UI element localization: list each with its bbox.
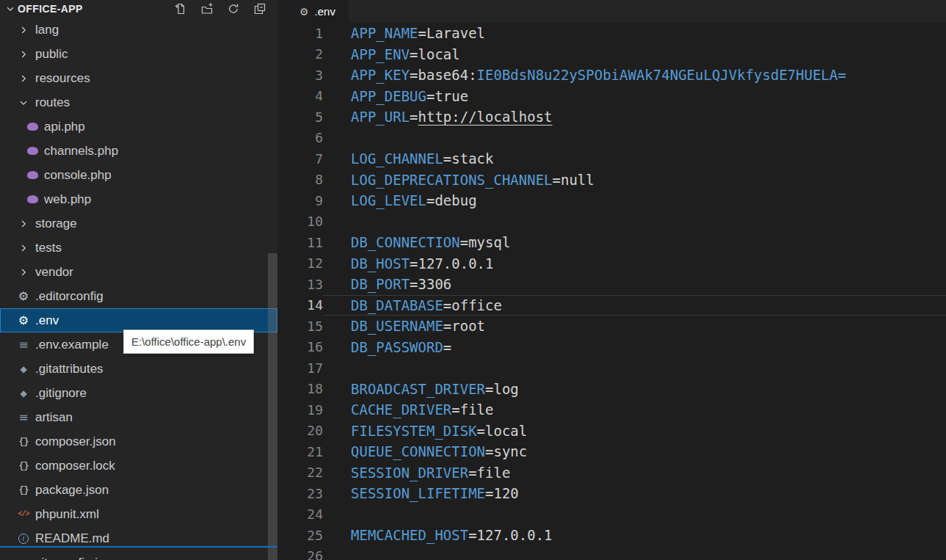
code-line-6[interactable]: 6 — [277, 128, 946, 149]
line-number: 18 — [277, 381, 323, 396]
line-number: 21 — [277, 444, 323, 459]
lines-icon: ≡ — [16, 412, 31, 423]
code-line-5[interactable]: 5APP_URL=http://localhost — [277, 106, 946, 128]
code-line-14[interactable]: 14DB_DATABASE=office — [277, 295, 946, 316]
tree-item-resources[interactable]: resources — [0, 66, 277, 90]
line-content: DB_HOST=127.0.0.1 — [323, 253, 946, 274]
sidebar-focus-border — [0, 546, 277, 548]
tree-item-package-json[interactable]: {}package.json — [0, 478, 277, 502]
code-line-2[interactable]: 2APP_ENV=local — [277, 44, 946, 65]
tree-item-label: package.json — [35, 483, 109, 498]
braces-icon: {} — [16, 484, 31, 495]
line-content: DB_PORT=3306 — [323, 274, 946, 295]
code-line-26[interactable]: 26 — [277, 546, 946, 560]
line-number: 10 — [277, 214, 323, 229]
code-line-13[interactable]: 13DB_PORT=3306 — [277, 274, 946, 295]
line-content: APP_NAME=Laravel — [323, 23, 946, 44]
tab-env[interactable]: ⚙ .env — [277, 0, 349, 23]
tree-item-web-php[interactable]: web.php — [0, 187, 277, 211]
tree-item-label: composer.lock — [35, 459, 115, 473]
refresh-icon[interactable] — [227, 3, 239, 15]
line-number: 4 — [277, 88, 323, 103]
braces-icon: {} — [16, 460, 31, 471]
tree-item-routes[interactable]: routes — [0, 90, 277, 114]
code-line-23[interactable]: 23SESSION_LIFETIME=120 — [277, 483, 946, 504]
tree-item-console-php[interactable]: console.php — [0, 163, 277, 187]
line-content: BROADCAST_DRIVER=log — [323, 379, 946, 400]
tree-item-editorconfig[interactable]: ⚙.editorconfig — [0, 284, 277, 308]
code-line-21[interactable]: 21QUEUE_CONNECTION=sync — [277, 441, 946, 462]
explorer-actions — [174, 3, 266, 15]
code-line-24[interactable]: 24 — [277, 504, 946, 526]
code-line-22[interactable]: 22SESSION_DRIVER=file — [277, 462, 946, 484]
explorer-sidebar: OFFICE-APP langpublicresourcesroutesapi.… — [0, 0, 277, 560]
line-number: 16 — [277, 339, 323, 354]
xml-icon: </> — [16, 510, 31, 518]
lines-icon: ≡ — [16, 557, 31, 560]
code-line-1[interactable]: 1APP_NAME=Laravel — [277, 23, 946, 44]
tree-item-label: README.md — [35, 531, 109, 546]
code-line-12[interactable]: 12DB_HOST=127.0.0.1 — [277, 253, 946, 274]
new-file-icon[interactable] — [174, 3, 186, 15]
tree-item-lang[interactable]: lang — [0, 18, 277, 42]
tree-item-composer-lock[interactable]: {}composer.lock — [0, 454, 277, 478]
code-line-7[interactable]: 7LOG_CHANNEL=stack — [277, 148, 946, 170]
tree-item-public[interactable]: public — [0, 42, 277, 66]
gear-icon: ⚙ — [16, 315, 31, 327]
tree-item-label: phpunit.xml — [35, 507, 99, 522]
tree-item-phpunit-xml[interactable]: </>phpunit.xml — [0, 502, 277, 526]
git-icon: ◆ — [16, 389, 31, 398]
new-folder-icon[interactable] — [200, 3, 213, 15]
line-content: SESSION_LIFETIME=120 — [323, 483, 946, 504]
tree-item-label: composer.json — [35, 434, 116, 449]
line-content: LOG_DEPRECATIONS_CHANNEL=null — [323, 170, 946, 191]
collapse-all-icon[interactable] — [253, 3, 266, 15]
line-content: DB_USERNAME=root — [323, 316, 946, 337]
project-title: OFFICE-APP — [18, 3, 83, 15]
line-number: 3 — [277, 68, 323, 83]
line-number: 19 — [277, 402, 323, 418]
tree-item-composer-json[interactable]: {}composer.json — [0, 429, 277, 454]
chevron-right-icon — [16, 49, 31, 59]
tree-item-storage[interactable]: storage — [0, 211, 277, 236]
code-line-8[interactable]: 8LOG_DEPRECATIONS_CHANNEL=null — [277, 170, 946, 191]
line-content: DB_PASSWORD= — [323, 337, 946, 358]
code-line-15[interactable]: 15DB_USERNAME=root — [277, 316, 946, 337]
tree-item-artisan[interactable]: ≡artisan — [0, 405, 277, 429]
explorer-section-header[interactable]: OFFICE-APP — [0, 0, 277, 18]
code-line-20[interactable]: 20FILESYSTEM_DISK=local — [277, 421, 946, 442]
editor-area: ⚙ .env 1APP_NAME=Laravel2APP_ENV=local3A… — [277, 0, 946, 560]
line-content: APP_ENV=local — [323, 44, 946, 65]
line-number: 5 — [277, 109, 323, 125]
tree-item-api-php[interactable]: api.php — [0, 114, 277, 139]
code-line-19[interactable]: 19CACHE_DRIVER=file — [277, 399, 946, 421]
line-number: 17 — [277, 360, 323, 376]
tree-item-channels-php[interactable]: channels.php — [0, 139, 277, 163]
code-line-4[interactable]: 4APP_DEBUG=true — [277, 86, 946, 107]
code-line-3[interactable]: 3APP_KEY=base64:IE0BdsN8u22ySPObiAWAk74N… — [277, 65, 946, 86]
php-icon — [25, 123, 40, 131]
line-content: APP_KEY=base64:IE0BdsN8u22ySPObiAWAk74NG… — [323, 65, 946, 86]
sidebar-scrollbar[interactable] — [268, 253, 277, 560]
code-line-16[interactable]: 16DB_PASSWORD= — [277, 337, 946, 358]
line-content — [323, 211, 946, 233]
line-number: 8 — [277, 172, 323, 187]
tree-item-label: .env.example — [35, 338, 109, 352]
code-line-25[interactable]: 25MEMCACHED_HOST=127.0.0.1 — [277, 525, 946, 546]
tree-item-gitignore[interactable]: ◆.gitignore — [0, 381, 277, 405]
code-line-18[interactable]: 18BROADCAST_DRIVER=log — [277, 379, 946, 400]
line-number: 20 — [277, 423, 323, 438]
tree-item-vendor[interactable]: vendor — [0, 260, 277, 284]
line-number: 15 — [277, 319, 323, 334]
line-content: DB_CONNECTION=mysql — [323, 232, 946, 253]
tree-item-tests[interactable]: tests — [0, 236, 277, 260]
code-line-11[interactable]: 11DB_CONNECTION=mysql — [277, 232, 946, 253]
code-line-17[interactable]: 17 — [277, 357, 946, 379]
vscode-window: OFFICE-APP langpublicresourcesroutesapi.… — [0, 0, 946, 560]
tree-item-vite-config-js[interactable]: ≡vite.config.js — [0, 550, 277, 560]
code-line-10[interactable]: 10 — [277, 211, 946, 233]
tree-item-gitattributes[interactable]: ◆.gitattributes — [0, 357, 277, 381]
line-number: 24 — [277, 506, 323, 522]
tree-item-label: lang — [35, 23, 59, 37]
code-line-9[interactable]: 9LOG_LEVEL=debug — [277, 190, 946, 211]
